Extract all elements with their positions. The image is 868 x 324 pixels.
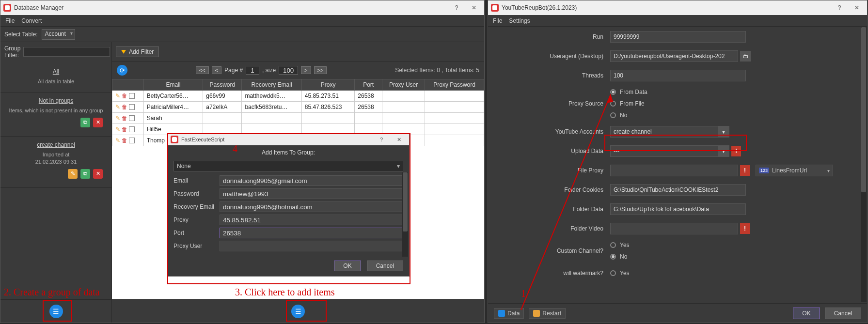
column-header[interactable]: Proxy Password [425,79,484,91]
dlg-recovery-input[interactable] [220,201,403,212]
refresh-icon[interactable]: ⟳ [117,65,127,76]
dlg-email-input[interactable] [220,175,403,186]
restart-button[interactable]: Restart [529,308,566,319]
sidebar-nig-link[interactable]: Not in groups [39,97,73,104]
folder-video-input[interactable] [614,225,735,232]
page-next-button[interactable]: > [301,66,311,74]
sidebar-cc-link[interactable]: create channel [37,141,75,148]
help-icon[interactable]: ? [832,2,847,13]
radio-yes[interactable]: Yes [610,242,630,248]
delete-icon[interactable]: 🗑 [122,104,127,110]
select-table-dropdown[interactable]: Account [42,29,75,40]
threads-input[interactable] [614,72,742,79]
menu-file[interactable]: File [5,17,15,24]
column-header[interactable] [112,79,144,91]
page-number-input[interactable] [246,66,259,75]
scrollbar[interactable] [861,27,867,302]
group-filter-input[interactable] [23,47,110,57]
radio-from-data[interactable]: From Data [610,89,647,95]
edit-icon[interactable]: ✎ [115,126,120,133]
table-row[interactable]: ✎🗑Sarah [112,113,484,124]
close-icon[interactable]: ✕ [850,2,864,13]
sidebar-item-create-channel[interactable]: create channel Imported at 21.02.2023 09… [0,137,111,188]
close-icon[interactable]: ✕ [392,134,406,145]
dialog-scrollbar[interactable] [402,172,408,257]
delete-icon[interactable]: 🗑 [122,115,127,122]
page-first-button[interactable]: << [196,66,209,74]
list-icon[interactable]: ☰ [49,305,63,318]
youtubereupbot-window: YouTubeReupBot(26.1.2023) ? ✕ File Setti… [488,0,868,323]
radio-no[interactable]: No [610,112,647,119]
list-icon[interactable]: ☰ [291,305,305,318]
add-filter-button[interactable]: Add Filter [116,46,159,57]
useragent-input[interactable] [614,53,735,60]
menubar: File Settings [488,15,867,27]
dlg-password-input[interactable] [220,188,403,199]
delete-icon[interactable]: 🗑 [122,137,127,144]
radio-from-file[interactable]: From File [610,100,647,107]
cell [425,102,484,113]
file-proxy-input[interactable] [614,167,735,174]
lines-from-url-select[interactable]: 123 LinesFromUrl [756,165,833,176]
edit-icon[interactable]: ✎ [115,137,120,144]
cell: a72eIkA [203,102,242,113]
menu-settings[interactable]: Settings [509,17,530,24]
edit-icon[interactable]: ✎ [68,169,78,179]
checkbox[interactable] [129,104,135,110]
delete-icon[interactable]: ✕ [93,169,103,179]
close-icon[interactable]: ✕ [467,2,481,13]
delete-icon[interactable]: ✕ [93,118,103,127]
dlg-proxy-user-input[interactable] [220,241,403,251]
youtube-accounts-select[interactable]: create channel▼ [610,126,729,138]
cancel-button[interactable]: Cancel [367,261,403,271]
sidebar-all-link[interactable]: All [53,68,59,75]
folder-cookies-input[interactable] [614,186,742,193]
checkbox[interactable] [129,115,135,121]
page-last-button[interactable]: >> [314,66,327,74]
delete-icon[interactable]: 🗑 [122,126,127,133]
ok-button[interactable]: OK [793,308,820,319]
checkbox[interactable] [129,138,135,143]
radio-no[interactable]: No [610,253,630,260]
column-header[interactable]: Proxy [301,79,355,91]
ok-button[interactable]: OK [334,261,361,271]
browse-icon[interactable]: 🗀 [740,51,751,62]
help-icon[interactable]: ? [374,134,389,145]
edit-icon[interactable]: ✎ [115,115,120,122]
column-header[interactable]: Email [143,79,203,91]
folder-data-input[interactable] [614,206,742,213]
delete-icon[interactable]: 🗑 [122,93,127,99]
edit-icon[interactable]: ✎ [115,104,120,110]
cell: Sarah [143,113,203,124]
table-row[interactable]: ✎🗑BettyCarter56…g66v99matthewddk5…45.85.… [112,91,484,102]
page-size-input[interactable] [279,66,298,75]
help-icon[interactable]: ? [449,2,464,13]
copy-icon[interactable]: ⧉ [80,118,90,127]
database-icon [498,310,505,317]
radio-yes[interactable]: Yes [610,270,630,277]
bot-footer: Data Restart OK Cancel [488,303,867,323]
group-combo[interactable]: None [174,161,403,171]
column-header[interactable]: Proxy User [382,79,425,91]
menu-convert[interactable]: Convert [21,17,42,24]
app-icon [3,4,11,12]
checkbox[interactable] [129,126,135,132]
edit-icon[interactable]: ✎ [115,93,120,99]
cell [425,91,484,102]
run-input[interactable] [614,33,742,40]
table-row[interactable]: ✎🗑PatriciaMiller4…a72eIkAbacfk5683retu…8… [112,102,484,113]
copy-icon[interactable]: ⧉ [80,169,90,179]
checkbox[interactable] [129,93,135,99]
menu-file[interactable]: File [493,17,502,24]
page-prev-button[interactable]: < [212,66,221,74]
dlg-proxy-input[interactable] [220,215,403,225]
column-header[interactable]: Port [355,79,382,91]
dlg-port-input[interactable] [220,228,403,238]
column-header[interactable]: Password [203,79,242,91]
data-button[interactable]: Data [494,308,524,319]
sidebar-item-not-in-groups[interactable]: Not in groups Items, which is not presen… [0,93,111,136]
column-header[interactable]: Recovery Email [242,79,301,91]
upload-data-select[interactable]: ---▼ [610,145,729,157]
sidebar-item-all[interactable]: All All data in table [0,63,111,93]
cancel-button[interactable]: Cancel [825,308,861,319]
